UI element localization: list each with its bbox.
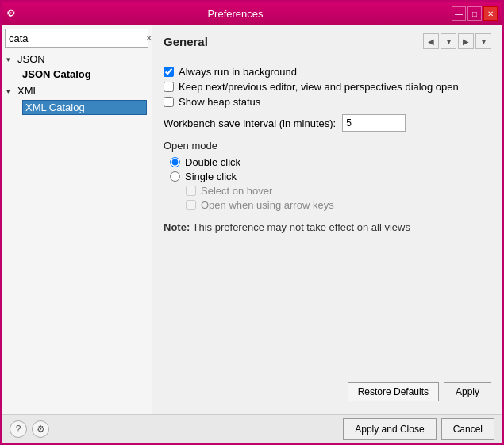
apply-and-close-button[interactable]: Apply and Close: [343, 418, 436, 440]
footer-buttons: Apply and Close Cancel: [343, 418, 494, 440]
radio-single-click: Single click: [170, 171, 491, 182]
checkbox-keep-next-label[interactable]: Keep next/previous editor, view and pers…: [179, 81, 459, 93]
title-controls: — □ ✕: [452, 6, 498, 21]
tree-row-xml-catalog[interactable]: XML Catalog: [10, 98, 148, 117]
tree-row-json[interactable]: ▾ JSON: [5, 52, 148, 67]
checkbox-open-arrow-label: Open when using arrow keys: [201, 199, 334, 211]
apply-button[interactable]: Apply: [444, 382, 491, 401]
main-content: ✕ ▾ JSON JSON Catalog: [2, 25, 502, 414]
tree-arrow-json: ▾: [6, 56, 16, 63]
checkbox-open-arrow-input[interactable]: [186, 200, 196, 210]
open-mode-label: Open mode: [164, 140, 491, 152]
radio-single-click-input[interactable]: [170, 171, 180, 182]
tree: ▾ JSON JSON Catalog ▾ XML: [5, 51, 148, 411]
checkbox-always-run: Always run in background: [164, 66, 491, 78]
close-button[interactable]: ✕: [483, 6, 498, 21]
note-bold: Note:: [164, 221, 190, 233]
radio-double-click-input[interactable]: [170, 157, 180, 167]
tree-row-xml[interactable]: ▾ XML: [5, 83, 148, 98]
panel-header: General ◀ ▾ ▶ ▾: [164, 33, 491, 49]
checkbox-show-heap-input[interactable]: [164, 97, 174, 107]
tree-label-xml: XML: [17, 85, 147, 97]
radio-single-click-label[interactable]: Single click: [185, 171, 237, 182]
preferences-icon[interactable]: ⚙: [32, 420, 49, 438]
nav-dropdown-button[interactable]: ▾: [441, 33, 456, 49]
radio-double-click-label[interactable]: Double click: [185, 156, 240, 168]
maximize-button[interactable]: □: [467, 6, 482, 21]
interval-label: Workbench save interval (in minutes):: [164, 117, 336, 129]
cancel-button[interactable]: Cancel: [441, 418, 494, 440]
tree-group-json: JSON Catalog: [5, 67, 148, 82]
search-clear-icon[interactable]: ✕: [145, 31, 152, 45]
sub-open-arrow: Open when using arrow keys: [186, 199, 491, 211]
sub-options: Select on hover Open when using arrow ke…: [186, 185, 491, 213]
preferences-window: ⚙ Preferences — □ ✕ ✕ ▾ JSON: [0, 0, 504, 445]
tree-item-xml: ▾ XML XML Catalog: [5, 82, 148, 117]
sub-select-hover: Select on hover: [186, 185, 491, 197]
checkbox-keep-next-input[interactable]: [164, 82, 174, 92]
minimize-button[interactable]: —: [452, 6, 466, 21]
interval-input[interactable]: [342, 114, 406, 132]
separator: [164, 59, 491, 59]
note-text: Note: This preference may not take effec…: [164, 221, 491, 233]
checkbox-show-heap: Show heap status: [164, 96, 491, 108]
footer: ? ⚙ Apply and Close Cancel: [2, 414, 502, 443]
title-bar: ⚙ Preferences — □ ✕: [2, 2, 502, 25]
tree-group-xml: XML Catalog: [5, 98, 148, 117]
tree-label-json-catalog: JSON Catalog: [22, 68, 147, 80]
search-box: ✕: [5, 29, 148, 48]
tree-label-xml-catalog: XML Catalog: [22, 100, 147, 115]
checkbox-always-run-label[interactable]: Always run in background: [179, 66, 297, 78]
restore-defaults-button[interactable]: Restore Defaults: [348, 382, 439, 401]
window-title: Preferences: [19, 8, 452, 20]
checkbox-always-run-input[interactable]: [164, 67, 174, 77]
right-panel: General ◀ ▾ ▶ ▾ Always run in background…: [152, 25, 502, 414]
left-panel: ✕ ▾ JSON JSON Catalog: [2, 25, 152, 414]
checkbox-select-hover-label: Select on hover: [201, 185, 272, 197]
window-icon: ⚙: [6, 7, 19, 20]
interval-row: Workbench save interval (in minutes):: [164, 114, 491, 132]
checkbox-keep-next: Keep next/previous editor, view and pers…: [164, 81, 491, 93]
tree-item-json: ▾ JSON JSON Catalog: [5, 51, 148, 82]
tree-label-json: JSON: [17, 53, 147, 65]
panel-title: General: [164, 35, 208, 48]
help-icon[interactable]: ?: [10, 420, 27, 438]
search-input[interactable]: [6, 31, 145, 46]
checkbox-select-hover-input[interactable]: [186, 186, 196, 196]
nav-menu-button[interactable]: ▾: [475, 33, 491, 49]
nav-back-button[interactable]: ◀: [423, 33, 439, 49]
radio-double-click: Double click: [170, 156, 491, 168]
nav-controls: ◀ ▾ ▶ ▾: [423, 33, 491, 49]
nav-forward-button[interactable]: ▶: [458, 33, 474, 49]
tree-row-json-catalog[interactable]: JSON Catalog: [10, 67, 148, 82]
footer-icons: ? ⚙: [10, 420, 49, 438]
tree-arrow-xml: ▾: [6, 87, 16, 95]
checkbox-show-heap-label[interactable]: Show heap status: [179, 96, 260, 108]
note-content: This preference may not take effect on a…: [193, 221, 410, 233]
restore-row: Restore Defaults Apply: [164, 382, 491, 401]
